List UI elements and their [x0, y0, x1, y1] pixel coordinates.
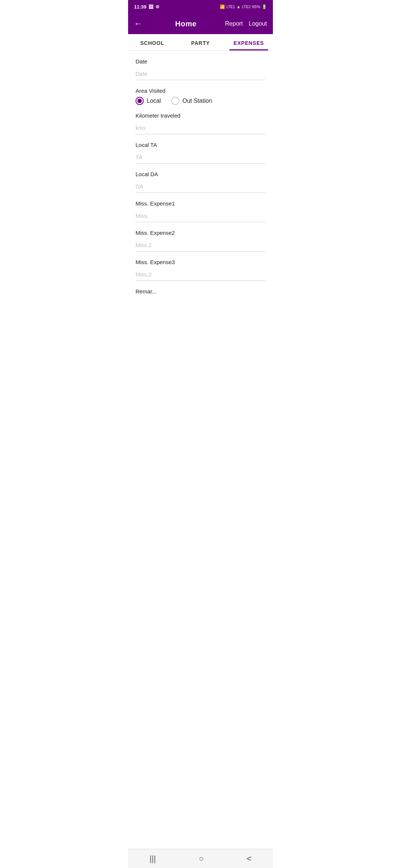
- page-title: Home: [147, 20, 225, 28]
- miss-expense3-label: Miss. Expense3: [136, 259, 265, 265]
- date-label: Date: [136, 58, 265, 65]
- area-visited-label: Area Visited: [136, 88, 265, 94]
- miss-expense1-label: Miss. Expense1: [136, 200, 265, 207]
- remarks-group: Remar...: [136, 288, 265, 295]
- kilometer-group: Kilometer traveled: [136, 112, 265, 134]
- area-visited-group: Area Visited Local Out Station: [136, 88, 265, 105]
- status-bar: 11:39 🖼 ⊘ 📶 LTE1 ▲ LTE2 65% 🔋: [128, 0, 273, 13]
- expenses-form: Date Area Visited Local Out Station Kilo…: [128, 51, 273, 339]
- remarks-label: Remar...: [136, 288, 265, 295]
- time-display: 11:39: [134, 4, 146, 10]
- status-time: 11:39 🖼 ⊘: [134, 4, 159, 10]
- nav-actions: Report Logout: [225, 20, 267, 27]
- tab-bar: SCHOOL PARTY EXPENSES: [128, 34, 273, 51]
- report-button[interactable]: Report: [225, 20, 243, 27]
- date-field-group: Date: [136, 58, 265, 80]
- miss-expense3-group: Miss. Expense3: [136, 259, 265, 281]
- local-da-input[interactable]: [136, 180, 265, 193]
- status-indicators: 📶 LTE1 ▲ LTE2 65% 🔋: [220, 4, 267, 9]
- miss-expense1-group: Miss. Expense1: [136, 200, 265, 222]
- wifi-icon: 📶: [220, 4, 225, 9]
- radio-local-circle: [136, 97, 144, 105]
- logout-button[interactable]: Logout: [249, 20, 267, 27]
- local-ta-label: Local TA: [136, 142, 265, 148]
- miss-expense2-input[interactable]: [136, 239, 265, 251]
- radio-outstation[interactable]: Out Station: [171, 97, 212, 105]
- lte2-label: LTE2: [242, 5, 251, 9]
- local-da-label: Local DA: [136, 171, 265, 177]
- battery-icon: 🔋: [262, 4, 267, 9]
- image-icon: 🖼: [149, 4, 153, 10]
- lte1-label: LTE1: [226, 5, 235, 9]
- tab-expenses[interactable]: EXPENSES: [225, 34, 273, 50]
- kilometer-input[interactable]: [136, 122, 265, 134]
- radio-local-label: Local: [147, 98, 161, 104]
- date-input[interactable]: [136, 68, 265, 80]
- radio-local[interactable]: Local: [136, 97, 161, 105]
- nosound-icon: ⊘: [156, 4, 159, 9]
- local-ta-input[interactable]: [136, 151, 265, 164]
- back-button[interactable]: ←: [134, 19, 142, 29]
- miss-expense2-label: Miss. Expense2: [136, 230, 265, 236]
- radio-group-area: Local Out Station: [136, 97, 265, 105]
- tab-school[interactable]: SCHOOL: [128, 34, 176, 50]
- tab-party[interactable]: PARTY: [176, 34, 225, 50]
- radio-outstation-label: Out Station: [182, 98, 212, 104]
- signal-icon: ▲: [237, 4, 241, 9]
- local-da-group: Local DA: [136, 171, 265, 193]
- miss-expense2-group: Miss. Expense2: [136, 230, 265, 251]
- battery-label: 65%: [252, 4, 260, 9]
- top-nav-bar: ← Home Report Logout: [128, 13, 273, 34]
- miss-expense3-input[interactable]: [136, 268, 265, 281]
- radio-outstation-circle: [171, 97, 179, 105]
- local-ta-group: Local TA: [136, 142, 265, 164]
- kilometer-label: Kilometer traveled: [136, 112, 265, 119]
- miss-expense1-input[interactable]: [136, 210, 265, 222]
